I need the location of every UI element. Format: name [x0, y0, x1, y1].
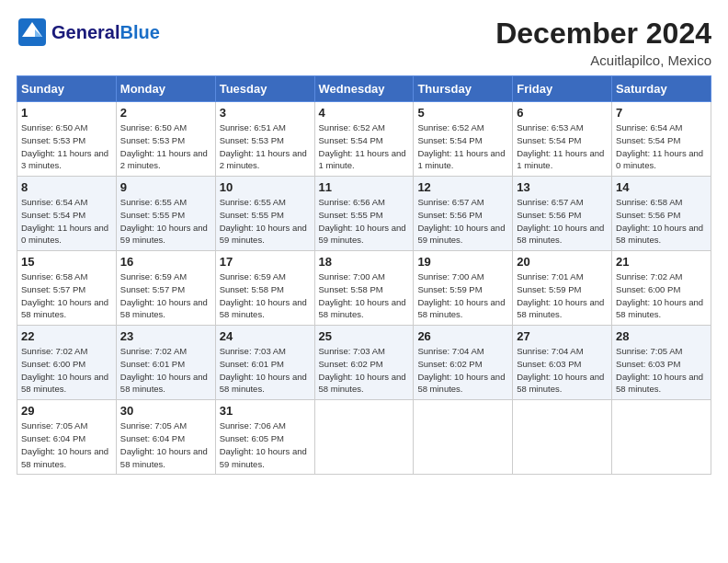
calendar-cell-22: 22 Sunrise: 7:02 AM Sunset: 6:00 PM Dayl…: [17, 326, 117, 400]
calendar-cell-3: 3 Sunrise: 6:51 AM Sunset: 5:53 PM Dayli…: [215, 102, 314, 177]
day-number: 8: [21, 180, 112, 194]
day-number: 9: [120, 180, 211, 194]
calendar-cell-empty-3: [314, 400, 414, 475]
day-info: Sunrise: 7:00 AM Sunset: 5:58 PM Dayligh…: [319, 270, 410, 321]
title-block: December 2024 Acuitlapilco, Mexico: [495, 17, 711, 68]
calendar-cell-9: 9 Sunrise: 6:55 AM Sunset: 5:55 PM Dayli…: [116, 177, 215, 251]
day-number: 21: [616, 255, 707, 269]
calendar-cell-empty-4: [414, 400, 513, 475]
day-info: Sunrise: 7:02 AM Sunset: 6:00 PM Dayligh…: [616, 270, 707, 321]
calendar-cell-17: 17 Sunrise: 6:59 AM Sunset: 5:58 PM Dayl…: [215, 251, 314, 326]
day-info: Sunrise: 7:03 AM Sunset: 6:02 PM Dayligh…: [319, 345, 410, 396]
header-saturday: Saturday: [612, 76, 711, 102]
day-info: Sunrise: 6:59 AM Sunset: 5:57 PM Dayligh…: [120, 270, 211, 321]
day-number: 24: [220, 329, 311, 343]
logo: GeneralBlue: [17, 17, 160, 48]
day-info: Sunrise: 6:51 AM Sunset: 5:53 PM Dayligh…: [220, 121, 311, 172]
calendar-cell-28: 28 Sunrise: 7:05 AM Sunset: 6:03 PM Dayl…: [612, 326, 711, 400]
day-info: Sunrise: 6:58 AM Sunset: 5:56 PM Dayligh…: [616, 196, 707, 247]
calendar-cell-6: 6 Sunrise: 6:53 AM Sunset: 5:54 PM Dayli…: [513, 102, 612, 177]
day-info: Sunrise: 7:05 AM Sunset: 6:04 PM Dayligh…: [120, 419, 211, 470]
logo-general: General: [51, 22, 119, 42]
calendar-cell-24: 24 Sunrise: 7:03 AM Sunset: 6:01 PM Dayl…: [215, 326, 314, 400]
day-number: 26: [417, 329, 508, 343]
calendar-cell-19: 19 Sunrise: 7:00 AM Sunset: 5:59 PM Dayl…: [414, 251, 513, 326]
calendar-cell-21: 21 Sunrise: 7:02 AM Sunset: 6:00 PM Dayl…: [612, 251, 711, 326]
day-number: 18: [319, 255, 410, 269]
calendar-cell-4: 4 Sunrise: 6:52 AM Sunset: 5:54 PM Dayli…: [314, 102, 414, 177]
day-info: Sunrise: 6:50 AM Sunset: 5:53 PM Dayligh…: [120, 121, 211, 172]
calendar-cell-14: 14 Sunrise: 6:58 AM Sunset: 5:56 PM Dayl…: [612, 177, 711, 251]
header-thursday: Thursday: [414, 76, 513, 102]
calendar-week-4: 22 Sunrise: 7:02 AM Sunset: 6:00 PM Dayl…: [17, 326, 711, 400]
header: GeneralBlue December 2024 Acuitlapilco, …: [17, 17, 711, 68]
calendar-cell-30: 30 Sunrise: 7:05 AM Sunset: 6:04 PM Dayl…: [116, 400, 215, 475]
day-info: Sunrise: 6:53 AM Sunset: 5:54 PM Dayligh…: [517, 121, 608, 172]
day-info: Sunrise: 7:00 AM Sunset: 5:59 PM Dayligh…: [417, 270, 508, 321]
header-tuesday: Tuesday: [215, 76, 314, 102]
day-number: 11: [319, 180, 410, 194]
day-info: Sunrise: 7:02 AM Sunset: 6:01 PM Dayligh…: [120, 345, 211, 396]
calendar-cell-empty-5: [513, 400, 612, 475]
day-number: 12: [417, 180, 508, 194]
calendar-cell-25: 25 Sunrise: 7:03 AM Sunset: 6:02 PM Dayl…: [314, 326, 414, 400]
day-info: Sunrise: 6:56 AM Sunset: 5:55 PM Dayligh…: [319, 196, 410, 247]
day-number: 20: [517, 255, 608, 269]
day-number: 17: [220, 255, 311, 269]
calendar-cell-8: 8 Sunrise: 6:54 AM Sunset: 5:54 PM Dayli…: [17, 177, 117, 251]
day-number: 16: [120, 255, 211, 269]
day-number: 25: [319, 329, 410, 343]
day-info: Sunrise: 7:06 AM Sunset: 6:05 PM Dayligh…: [220, 419, 311, 470]
day-number: 5: [417, 106, 508, 120]
header-monday: Monday: [116, 76, 215, 102]
day-number: 10: [220, 180, 311, 194]
header-sunday: Sunday: [17, 76, 117, 102]
calendar-cell-16: 16 Sunrise: 6:59 AM Sunset: 5:57 PM Dayl…: [116, 251, 215, 326]
day-info: Sunrise: 7:04 AM Sunset: 6:02 PM Dayligh…: [417, 345, 508, 396]
calendar-week-5: 29 Sunrise: 7:05 AM Sunset: 6:04 PM Dayl…: [17, 400, 711, 475]
day-info: Sunrise: 7:05 AM Sunset: 6:04 PM Dayligh…: [21, 419, 112, 470]
calendar-table: Sunday Monday Tuesday Wednesday Thursday…: [17, 75, 711, 475]
month-title: December 2024: [495, 17, 711, 51]
calendar-cell-1: 1 Sunrise: 6:50 AM Sunset: 5:53 PM Dayli…: [17, 102, 117, 177]
day-number: 15: [21, 255, 112, 269]
day-number: 2: [120, 106, 211, 120]
location: Acuitlapilco, Mexico: [495, 52, 711, 68]
day-info: Sunrise: 6:54 AM Sunset: 5:54 PM Dayligh…: [616, 121, 707, 172]
calendar-cell-7: 7 Sunrise: 6:54 AM Sunset: 5:54 PM Dayli…: [612, 102, 711, 177]
day-number: 22: [21, 329, 112, 343]
day-info: Sunrise: 6:55 AM Sunset: 5:55 PM Dayligh…: [220, 196, 311, 247]
calendar-cell-11: 11 Sunrise: 6:56 AM Sunset: 5:55 PM Dayl…: [314, 177, 414, 251]
calendar-cell-20: 20 Sunrise: 7:01 AM Sunset: 5:59 PM Dayl…: [513, 251, 612, 326]
main-container: GeneralBlue December 2024 Acuitlapilco, …: [0, 0, 728, 484]
header-wednesday: Wednesday: [314, 76, 414, 102]
day-info: Sunrise: 6:58 AM Sunset: 5:57 PM Dayligh…: [21, 270, 112, 321]
day-number: 27: [517, 329, 608, 343]
calendar-cell-13: 13 Sunrise: 6:57 AM Sunset: 5:56 PM Dayl…: [513, 177, 612, 251]
day-number: 28: [616, 329, 707, 343]
calendar-week-2: 8 Sunrise: 6:54 AM Sunset: 5:54 PM Dayli…: [17, 177, 711, 251]
day-number: 7: [616, 106, 707, 120]
day-number: 6: [517, 106, 608, 120]
day-info: Sunrise: 6:52 AM Sunset: 5:54 PM Dayligh…: [319, 121, 410, 172]
day-info: Sunrise: 6:52 AM Sunset: 5:54 PM Dayligh…: [417, 121, 508, 172]
calendar-cell-29: 29 Sunrise: 7:05 AM Sunset: 6:04 PM Dayl…: [17, 400, 117, 475]
day-info: Sunrise: 7:01 AM Sunset: 5:59 PM Dayligh…: [517, 270, 608, 321]
calendar-cell-empty-6: [612, 400, 711, 475]
calendar-cell-26: 26 Sunrise: 7:04 AM Sunset: 6:02 PM Dayl…: [414, 326, 513, 400]
day-info: Sunrise: 7:05 AM Sunset: 6:03 PM Dayligh…: [616, 345, 707, 396]
day-info: Sunrise: 7:04 AM Sunset: 6:03 PM Dayligh…: [517, 345, 608, 396]
logo-blue: Blue: [119, 22, 159, 42]
calendar-cell-31: 31 Sunrise: 7:06 AM Sunset: 6:05 PM Dayl…: [215, 400, 314, 475]
day-number: 3: [220, 106, 311, 120]
day-number: 31: [220, 404, 311, 418]
calendar-cell-12: 12 Sunrise: 6:57 AM Sunset: 5:56 PM Dayl…: [414, 177, 513, 251]
calendar-week-1: 1 Sunrise: 6:50 AM Sunset: 5:53 PM Dayli…: [17, 102, 711, 177]
calendar-cell-27: 27 Sunrise: 7:04 AM Sunset: 6:03 PM Dayl…: [513, 326, 612, 400]
weekday-header-row: Sunday Monday Tuesday Wednesday Thursday…: [17, 76, 711, 102]
logo-icon: [17, 17, 48, 48]
day-info: Sunrise: 6:54 AM Sunset: 5:54 PM Dayligh…: [21, 196, 112, 247]
day-number: 4: [319, 106, 410, 120]
day-number: 30: [120, 404, 211, 418]
day-info: Sunrise: 6:55 AM Sunset: 5:55 PM Dayligh…: [120, 196, 211, 247]
